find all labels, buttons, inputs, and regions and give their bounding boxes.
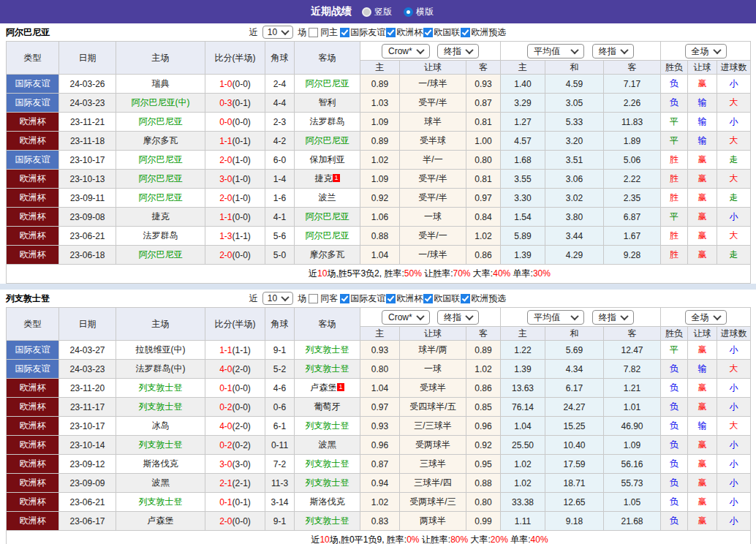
competition-filter-item[interactable]: 国际友谊 <box>340 26 385 39</box>
final-odds-select-2[interactable]: 终指 <box>592 310 634 325</box>
result-handicap-cell: 赢 <box>688 75 717 94</box>
avg-home-cell: 4.57 <box>501 132 545 151</box>
checkbox-checked-icon[interactable] <box>386 28 396 37</box>
summary-part: 场,胜0平1负9, 胜率: <box>330 534 407 544</box>
odds-home-cell: 1.09 <box>360 170 400 189</box>
odds-group-header: Crow* 终指 <box>360 42 501 61</box>
filter-controls: 近 10 场 同客 国际友谊 <box>249 292 507 305</box>
team-section: 列支敦士登 近 10 场 同客 国际友谊 <box>0 290 756 544</box>
away-team: 阿尔巴尼亚 <box>295 227 360 246</box>
col-result-goals: 进球数 <box>717 327 751 341</box>
match-count-select[interactable]: 10 <box>262 292 293 305</box>
checkbox-checked-icon[interactable] <box>423 28 433 37</box>
fulltime-score: 0-1 <box>219 383 232 393</box>
avg-away-cell: 1.01 <box>604 398 661 417</box>
away-team-name: 列支敦士登 <box>306 515 349 526</box>
avg-away-cell: 2.26 <box>604 94 661 113</box>
same-venue-checkbox[interactable] <box>309 294 318 303</box>
away-team-name: 波黑 <box>319 439 336 450</box>
away-team-name: 列支敦士登 <box>306 458 349 469</box>
summary-part: 40% <box>531 534 548 544</box>
avg-home-cell: 1.54 <box>501 208 545 227</box>
match-count-select[interactable]: 10 <box>262 26 293 39</box>
away-team-name: 摩尔多瓦 <box>310 249 345 260</box>
radio-icon[interactable] <box>362 7 371 17</box>
avg-away-cell: 1.89 <box>604 132 661 151</box>
avg-home-cell: 1.22 <box>501 341 545 360</box>
result-goals-cell: 小 <box>717 75 751 94</box>
odds-company-select[interactable]: Crow* <box>382 44 430 58</box>
avg-draw-cell: 4.59 <box>545 75 604 94</box>
average-value: 平均值 <box>534 46 560 56</box>
checkbox-checked-icon[interactable] <box>423 294 433 303</box>
result-handicap-cell: 赢 <box>688 208 717 227</box>
competition-filter-item[interactable]: 欧洲预选 <box>461 292 506 305</box>
odds-handicap-cell: 受半/一 <box>400 227 466 246</box>
fulltime-score: 2-0 <box>219 193 232 203</box>
final-odds-select[interactable]: 终指 <box>437 44 479 58</box>
checkbox-checked-icon[interactable] <box>386 294 396 303</box>
match-date: 23-10-14 <box>59 436 116 455</box>
result-wdl-cell: 胜 <box>661 151 688 170</box>
competition-filter-item[interactable]: 欧国联 <box>423 292 460 305</box>
average-select[interactable]: 平均值 <box>527 310 584 325</box>
layout-radio-vertical[interactable]: 竖版 <box>362 6 392 18</box>
competition-label: 欧洲预选 <box>471 26 506 39</box>
corners-cell: 9-1 <box>265 341 295 360</box>
odds-handicap-cell: 半/一 <box>400 151 466 170</box>
layout-radio-horizontal[interactable]: 横版 <box>404 6 434 18</box>
team-section: 阿尔巴尼亚 近 10 场 同主 国际友谊 <box>0 23 756 284</box>
result-handicap-cell: 赢 <box>688 189 717 208</box>
competition-filter-item[interactable]: 欧洲杯 <box>386 26 423 39</box>
away-team-name: 阿尔巴尼亚 <box>306 230 349 241</box>
average-select[interactable]: 平均值 <box>527 44 584 58</box>
fulltime-select[interactable]: 全场 <box>685 44 727 58</box>
score-cell: 1-1(0-1) <box>205 132 265 151</box>
avg-home-cell: 1.39 <box>501 360 545 379</box>
match-date: 24-03-26 <box>59 75 116 94</box>
final-odds-select-2[interactable]: 终指 <box>592 44 634 58</box>
odds-home-cell: 0.92 <box>360 189 400 208</box>
result-handicap-cell: 赢 <box>688 474 717 493</box>
away-team-name: 智利 <box>319 97 336 107</box>
same-venue-checkbox[interactable] <box>309 28 318 37</box>
odds-home-cell: 0.93 <box>360 341 400 360</box>
halftime-score: (0-0) <box>233 402 251 412</box>
checkbox-checked-icon[interactable] <box>461 28 470 37</box>
odds-home-cell: 1.03 <box>360 94 400 113</box>
final-odds-value: 终指 <box>444 312 461 322</box>
avg-away-cell: 11.83 <box>604 113 661 132</box>
fulltime-select[interactable]: 全场 <box>685 310 727 325</box>
checkbox-checked-icon[interactable] <box>461 294 470 303</box>
odds-home-cell: 0.83 <box>360 512 400 531</box>
score-cell: 0-3(0-1) <box>205 94 265 113</box>
competition-filter-item[interactable]: 欧国联 <box>423 26 460 39</box>
home-team: 法罗群岛(中) <box>116 360 205 379</box>
col-date: 日期 <box>59 308 116 341</box>
result-handicap-cell: 赢 <box>688 151 717 170</box>
checkbox-checked-icon[interactable] <box>340 294 349 303</box>
match-date: 24-03-23 <box>59 94 116 113</box>
radio-label[interactable]: 竖版 <box>374 6 392 18</box>
avg-draw-cell: 3.02 <box>545 189 604 208</box>
radio-icon[interactable] <box>404 7 413 17</box>
competition-filter-item[interactable]: 国际友谊 <box>340 292 385 305</box>
competition-filter-item[interactable]: 欧洲预选 <box>461 26 506 39</box>
match-row: 欧洲杯 23-11-20 列支敦士登 0-1(0-0) 4-6 卢森堡1 1.0… <box>7 379 751 398</box>
final-odds-select[interactable]: 终指 <box>437 310 479 325</box>
avg-home-cell: 76.14 <box>501 398 545 417</box>
summary-part: 大率: <box>468 534 491 544</box>
radio-label[interactable]: 横版 <box>416 6 434 18</box>
home-team: 阿尔巴尼亚 <box>116 170 205 189</box>
result-goals-cell: 大 <box>717 227 751 246</box>
summary-text: 近10场,胜5平3负2, 胜率:50% 让胜率:70% 大率:40% 单率:30… <box>7 265 751 284</box>
odds-company-select[interactable]: Crow* <box>382 310 430 325</box>
result-wdl-cell: 负 <box>661 493 688 512</box>
odds-handicap-cell: 三球半 <box>400 455 466 474</box>
result-wdl-cell: 负 <box>661 75 688 94</box>
halftime-score: (1-0) <box>233 193 251 203</box>
checkbox-checked-icon[interactable] <box>340 28 349 37</box>
summary-part: 让胜率: <box>422 268 453 279</box>
avg-away-cell: 2.22 <box>604 170 661 189</box>
competition-filter-item[interactable]: 欧洲杯 <box>386 292 423 305</box>
